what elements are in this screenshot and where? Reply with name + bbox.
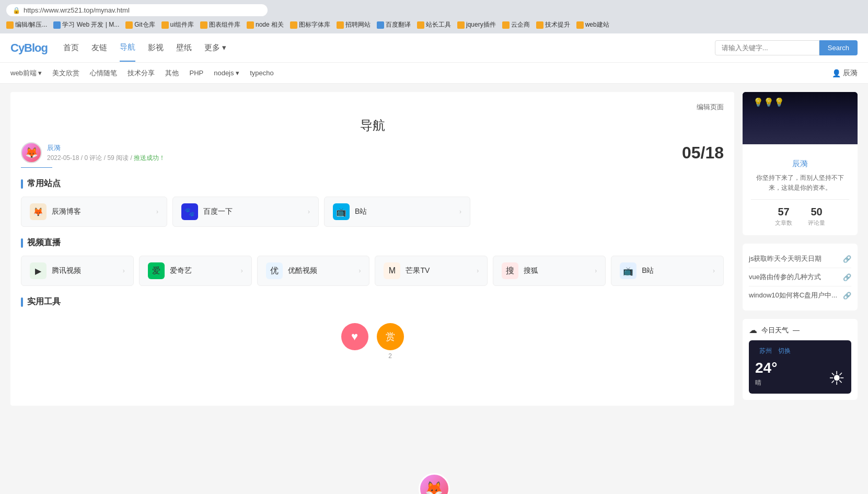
site-name: 辰漪博客 xyxy=(52,207,151,216)
bookmark-item[interactable]: 招聘网站 xyxy=(337,20,371,29)
site-card[interactable]: 🦊辰漪博客› xyxy=(21,197,167,227)
author-meta: 2022-05-18 / 0 评论 / 59 阅读 / 推送成功！ xyxy=(47,154,677,163)
search-box: Search xyxy=(715,40,858,55)
section-title-video: 视频直播 xyxy=(21,237,724,248)
site-icon: 🐾 xyxy=(181,203,198,220)
action-buttons: ♥ 赏 2 xyxy=(21,323,724,365)
bookmark-item[interactable]: 图标字体库 xyxy=(290,20,330,29)
nav-item-更多[interactable]: 更多 ▾ xyxy=(204,35,226,61)
bookmark-item[interactable]: 百度翻译 xyxy=(377,20,411,29)
site-name: 搜狐 xyxy=(524,266,589,275)
author-name[interactable]: 辰漪 xyxy=(47,143,677,153)
site-header: CyBlog 首页友链导航影视壁纸更多 ▾ Search xyxy=(0,33,868,63)
site-arrow: › xyxy=(477,267,479,274)
sub-nav-item[interactable]: typecho xyxy=(250,69,274,77)
profile-header-bg: 💡💡💡 xyxy=(743,92,858,144)
site-card[interactable]: 🐾百度一下› xyxy=(172,197,319,227)
sun-icon: ☀ xyxy=(828,367,845,389)
post-reads: 59 阅读 xyxy=(107,154,129,162)
site-icon: 📺 xyxy=(333,203,350,220)
nav-item-壁纸[interactable]: 壁纸 xyxy=(176,35,192,61)
section-bar xyxy=(21,297,23,307)
profile-body: 辰漪 你坚持下来了，而别人坚持不下来，这就是你的资本。 57 文章数 50 评论… xyxy=(743,144,858,235)
link-icon: 🔗 xyxy=(843,273,851,281)
bookmark-item[interactable]: ui组件库 xyxy=(161,20,194,29)
bookmark-item[interactable]: node 相关 xyxy=(247,20,284,29)
search-button[interactable]: Search xyxy=(819,40,858,55)
site-name: 百度一下 xyxy=(203,207,303,216)
site-card[interactable]: 爱爱奇艺› xyxy=(139,256,252,286)
search-input[interactable] xyxy=(715,40,819,55)
site-arrow: › xyxy=(123,267,125,274)
weather-header: ☁ 今日天气 — xyxy=(749,325,851,335)
post-date: 2022-05-18 xyxy=(47,154,79,162)
sub-nav-item[interactable]: web前端 ▾ xyxy=(10,68,42,78)
bookmark-item[interactable]: web建站 xyxy=(576,20,609,29)
like-count: 2 xyxy=(388,352,392,360)
like-button[interactable]: ♥ xyxy=(341,323,368,350)
sub-nav-item[interactable]: 其他 xyxy=(165,68,179,78)
site-arrow: › xyxy=(595,267,597,274)
link-icon: 🔗 xyxy=(843,292,851,300)
bookmark-item[interactable]: 学习 Web 开发 | M... xyxy=(53,20,119,29)
site-icon: M xyxy=(384,262,400,279)
sub-nav-item[interactable]: 心情随笔 xyxy=(90,68,117,78)
section-title-tools: 实用工具 xyxy=(21,296,724,307)
nav-item-首页[interactable]: 首页 xyxy=(63,35,79,61)
bookmark-item[interactable]: 技术提升 xyxy=(536,20,570,29)
section-title-common: 常用站点 xyxy=(21,178,724,189)
sidebar-link-item[interactable]: vue路由传参的几种方式🔗 xyxy=(749,268,851,286)
bookmark-item[interactable]: jquery插件 xyxy=(457,20,496,29)
weather-title: 今日天气 xyxy=(761,326,789,335)
site-arrow: › xyxy=(241,267,243,274)
site-card[interactable]: 搜搜狐› xyxy=(493,256,606,286)
sidebar-bio: 你坚持下来了，而别人坚持不下来，这就是你的资本。 xyxy=(751,173,849,193)
bookmark-item[interactable]: 编辑/解压... xyxy=(6,20,47,29)
site-logo[interactable]: CyBlog xyxy=(10,41,48,55)
articles-label: 文章数 xyxy=(775,219,792,227)
site-arrow: › xyxy=(713,267,715,274)
sections-container: 常用站点🦊辰漪博客›🐾百度一下›📺B站›视频直播▶腾讯视频›爱爱奇艺›优优酷视频… xyxy=(21,178,724,307)
nav-item-影视[interactable]: 影视 xyxy=(148,35,164,61)
sub-nav: web前端 ▾美文欣赏心情随笔技术分享其他PHPnodejs ▾typecho … xyxy=(0,63,868,84)
edit-link[interactable]: 编辑页面 xyxy=(21,102,724,112)
articles-count: 57 xyxy=(775,206,792,218)
sidebar-link-text: window10如何将C盘用户中... xyxy=(749,291,837,300)
nav-item-友链[interactable]: 友链 xyxy=(91,35,107,61)
bookmark-item[interactable]: 云企商 xyxy=(502,20,530,29)
sites-grid-video: ▶腾讯视频›爱爱奇艺›优优酷视频›M芒果TV›搜搜狐›📺B站› xyxy=(21,256,724,286)
author-avatar: 🦊 xyxy=(21,142,42,163)
nav-item-导航[interactable]: 导航 xyxy=(120,34,135,62)
comments-count: 50 xyxy=(808,206,825,218)
user-area[interactable]: 👤 辰漪 xyxy=(832,68,858,78)
sub-nav-item[interactable]: nodejs ▾ xyxy=(214,69,239,77)
site-card[interactable]: 📺B站› xyxy=(611,256,724,286)
section-title-text: 常用站点 xyxy=(27,178,61,189)
date-badge: 05/18 xyxy=(682,143,724,163)
sub-nav-item[interactable]: PHP xyxy=(189,69,203,77)
url-text: https://www.wrz521.top/mynav.html xyxy=(24,6,130,14)
reward-group: 赏 2 xyxy=(377,323,404,360)
sidebar-username[interactable]: 辰漪 xyxy=(751,159,849,169)
site-card[interactable]: ▶腾讯视频› xyxy=(21,256,134,286)
sub-nav-item[interactable]: 美文欣赏 xyxy=(52,68,79,78)
bookmark-item[interactable]: 站长工具 xyxy=(417,20,451,29)
site-name: 爱奇艺 xyxy=(170,266,236,275)
bookmark-item[interactable]: 图表组件库 xyxy=(200,20,240,29)
site-arrow: › xyxy=(308,208,310,215)
site-name: B站 xyxy=(642,266,708,275)
bookmark-item[interactable]: Git仓库 xyxy=(125,20,155,29)
sidebar-link-text: js获取昨天今天明天日期 xyxy=(749,254,821,263)
site-card[interactable]: M芒果TV› xyxy=(375,256,488,286)
sidebar-link-item[interactable]: js获取昨天今天明天日期🔗 xyxy=(749,250,851,268)
weather-city: 苏州 切换 xyxy=(755,347,845,355)
city-switch[interactable]: 切换 xyxy=(778,347,791,354)
site-card[interactable]: 📺B站› xyxy=(324,197,470,227)
sidebar-links: js获取昨天今天明天日期🔗vue路由传参的几种方式🔗window10如何将C盘用… xyxy=(743,244,858,311)
site-card[interactable]: 优优酷视频› xyxy=(257,256,370,286)
sub-nav-item[interactable]: 技术分享 xyxy=(128,68,155,78)
like-group: ♥ xyxy=(341,323,368,360)
sidebar-link-item[interactable]: window10如何将C盘用户中...🔗 xyxy=(749,286,851,304)
address-bar[interactable]: 🔒 https://www.wrz521.top/mynav.html xyxy=(6,4,268,16)
reward-button[interactable]: 赏 xyxy=(377,323,404,350)
